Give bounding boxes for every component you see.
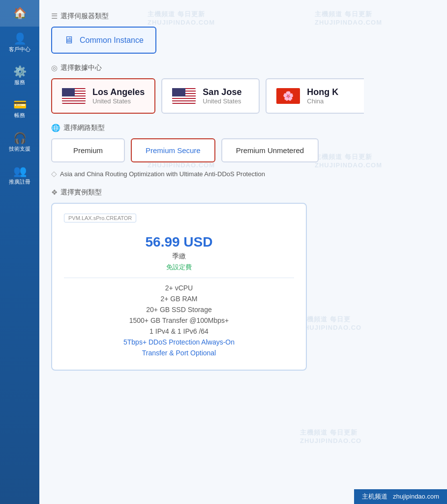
diamond-icon: ◇ bbox=[51, 169, 57, 178]
network-icon: 🌐 bbox=[51, 124, 60, 132]
instance-icon: ❖ bbox=[51, 188, 58, 197]
server-type-grid: 🖥 Common Instance bbox=[51, 27, 435, 54]
support-icon: 🎧 bbox=[13, 133, 27, 144]
dc-city-sj: San Jose bbox=[203, 87, 241, 97]
sidebar-item-referral[interactable]: 👥 推廣註冊 bbox=[0, 159, 39, 192]
spec-transfer: 1500+ GB Transfer @100Mbps+ bbox=[64, 316, 294, 324]
instance-price: 56.99 USD bbox=[64, 232, 294, 250]
sidebar-label-referral: 推廣註冊 bbox=[9, 179, 30, 185]
server-type-label: 選擇伺服器類型 bbox=[60, 12, 109, 21]
dc-city-la: Los Angeles bbox=[92, 87, 145, 97]
sidebar: 🏠 👤 客戶中心 ⚙️ 服務 💳 帳務 🎧 技術支援 👥 推廣註冊 bbox=[0, 0, 39, 504]
bottom-bar-url: zhujipindao.com bbox=[393, 493, 439, 500]
us-flag-sj bbox=[172, 88, 196, 104]
network-premium-unmetered[interactable]: Premium Unmetered bbox=[221, 138, 319, 162]
network-type-grid: Premium Premium Secure Premium Unmetered bbox=[51, 138, 435, 162]
instance-divider bbox=[64, 278, 294, 278]
instance-period: 季繳 bbox=[64, 252, 294, 261]
client-icon: 👤 bbox=[13, 33, 27, 44]
network-desc-text: Asia and China Routing Optimization with… bbox=[60, 170, 265, 178]
server-type-card-label: Common Instance bbox=[80, 36, 144, 45]
datacenter-grid: Los Angeles United States San Jose Unite… bbox=[51, 78, 435, 114]
network-premium[interactable]: Premium bbox=[51, 138, 125, 162]
sidebar-label-client: 客戶中心 bbox=[9, 46, 30, 53]
spec-vcpu: 2+ vCPU bbox=[64, 284, 294, 292]
instance-section-header: ❖ 選擇實例類型 bbox=[51, 188, 435, 197]
dc-country-la: United States bbox=[92, 97, 145, 105]
network-premium-label: Premium bbox=[73, 146, 103, 155]
datacenter-label: 選擇數據中心 bbox=[60, 63, 102, 72]
dc-info-hk: Hong K China bbox=[307, 87, 338, 105]
server-type-icon: ☰ bbox=[51, 12, 58, 21]
dc-city-hk: Hong K bbox=[307, 87, 338, 97]
common-instance-card[interactable]: 🖥 Common Instance bbox=[51, 27, 156, 54]
sidebar-label-support: 技術支援 bbox=[9, 146, 30, 152]
dc-info-sj: San Jose United States bbox=[203, 87, 241, 105]
instance-code: PVM.LAX.sPro.CREATOR bbox=[64, 214, 136, 222]
dc-card-los-angeles[interactable]: Los Angeles United States bbox=[51, 78, 155, 114]
network-premium-unmetered-label: Premium Unmetered bbox=[236, 146, 304, 155]
dc-card-hong-kong[interactable]: 🌸 Hong K China bbox=[266, 78, 364, 114]
dc-country-sj: United States bbox=[203, 97, 241, 105]
spec-ram: 2+ GB RAM bbox=[64, 295, 294, 303]
sidebar-label-billing: 帳務 bbox=[14, 112, 25, 119]
sidebar-item-support[interactable]: 🎧 技術支援 bbox=[0, 126, 39, 159]
instance-free-setup: 免設定費 bbox=[64, 263, 294, 272]
server-type-section-header: ☰ 選擇伺服器類型 bbox=[51, 12, 435, 21]
referral-icon: 👥 bbox=[13, 166, 27, 177]
us-flag-la bbox=[62, 88, 86, 104]
spec-ddos: 5Tbps+ DDoS Protection Always-On bbox=[64, 338, 294, 346]
bottom-bar: 主机频道 zhujipindao.com bbox=[354, 489, 447, 504]
dc-info-la: Los Angeles United States bbox=[92, 87, 145, 105]
server-type-card-icon: 🖥 bbox=[64, 34, 74, 46]
hk-flag: 🌸 bbox=[276, 88, 300, 104]
dc-card-san-jose[interactable]: San Jose United States bbox=[161, 78, 260, 114]
network-premium-secure-label: Premium Secure bbox=[146, 146, 201, 155]
datacenter-section-header: ◎ 選擇數據中心 bbox=[51, 63, 435, 72]
network-description: ◇ Asia and China Routing Optimization wi… bbox=[51, 169, 435, 178]
sidebar-item-billing[interactable]: 💳 帳務 bbox=[0, 93, 39, 126]
sidebar-label-services: 服務 bbox=[14, 79, 25, 86]
network-label: 選擇網路類型 bbox=[63, 124, 105, 132]
spec-port: Transfer & Port Optional bbox=[64, 349, 294, 357]
watermark-13: 主機頻道 每日更新 bbox=[300, 428, 358, 437]
sidebar-item-client[interactable]: 👤 客戶中心 bbox=[0, 27, 39, 60]
home-icon: 🏠 bbox=[13, 8, 27, 19]
dc-country-hk: China bbox=[307, 97, 338, 105]
sidebar-item-services[interactable]: ⚙️ 服務 bbox=[0, 60, 39, 93]
sidebar-item-home[interactable]: 🏠 bbox=[0, 0, 39, 27]
main-content: 主機頻道 每日更新 ZHUJIPINDAO.COM 主機頻道 每日更新 ZHUJ… bbox=[39, 0, 447, 504]
instance-card[interactable]: PVM.LAX.sPro.CREATOR 56.99 USD 季繳 免設定費 2… bbox=[51, 203, 307, 371]
instance-label: 選擇實例類型 bbox=[60, 188, 102, 197]
network-section-header: 🌐 選擇網路類型 bbox=[51, 124, 435, 132]
spec-ip: 1 IPv4 & 1 IPv6 /64 bbox=[64, 327, 294, 335]
watermark-14: ZHUJIPINDAO.CO bbox=[300, 437, 361, 444]
network-premium-secure[interactable]: Premium Secure bbox=[131, 138, 215, 162]
services-icon: ⚙️ bbox=[13, 66, 27, 77]
bottom-bar-icon: 主机频道 bbox=[362, 493, 387, 500]
main-inner: ☰ 選擇伺服器類型 🖥 Common Instance ◎ 選擇數據中心 Los… bbox=[51, 12, 435, 371]
spec-storage: 20+ GB SSD Storage bbox=[64, 306, 294, 314]
billing-icon: 💳 bbox=[13, 99, 27, 110]
datacenter-icon: ◎ bbox=[51, 63, 58, 72]
